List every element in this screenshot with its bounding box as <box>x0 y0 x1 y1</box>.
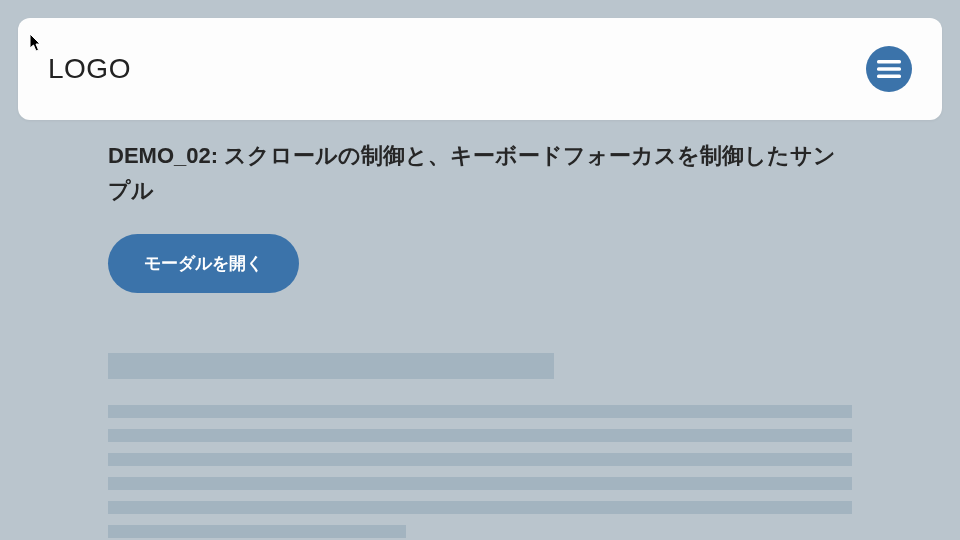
page-title: DEMO_02: スクロールの制御と、キーボードフォーカスを制御したサンプル <box>108 138 852 208</box>
skeleton-line <box>108 405 852 418</box>
skeleton-line <box>108 501 852 514</box>
skeleton-block <box>108 353 852 538</box>
skeleton-line <box>108 429 852 442</box>
menu-button[interactable] <box>866 46 912 92</box>
svg-rect-0 <box>877 60 901 64</box>
main-content: DEMO_02: スクロールの制御と、キーボードフォーカスを制御したサンプル モ… <box>100 138 860 538</box>
svg-rect-1 <box>877 67 901 71</box>
skeleton-heading <box>108 353 554 379</box>
skeleton-line <box>108 477 852 490</box>
open-modal-button[interactable]: モーダルを開く <box>108 234 299 293</box>
page-header: LOGO <box>18 18 942 120</box>
skeleton-line <box>108 525 406 538</box>
skeleton-line <box>108 453 852 466</box>
svg-rect-2 <box>877 75 901 79</box>
hamburger-icon <box>877 59 901 79</box>
logo: LOGO <box>48 53 131 85</box>
